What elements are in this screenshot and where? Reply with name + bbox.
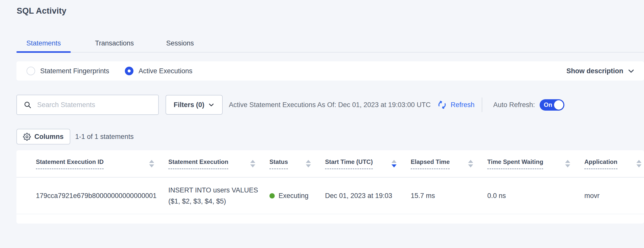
filters-button-label: Filters (0) [174, 101, 204, 109]
sort-arrows-icon [468, 160, 473, 167]
column-header-label: Time Spent Waiting [487, 158, 543, 169]
tab-sessions-label: Sessions [166, 39, 194, 47]
radio-statement-fingerprints-label: Statement Fingerprints [40, 67, 109, 75]
show-description-toggle[interactable]: Show description [566, 67, 635, 75]
cell-statement-execution-id: 179cca7921e679b80000000000000001 [16, 178, 168, 214]
sort-arrows-icon [149, 160, 154, 167]
toggle-knob [554, 100, 563, 110]
refresh-button-label: Refresh [451, 101, 475, 109]
tab-sessions[interactable]: Sessions [166, 34, 194, 52]
cell-start-time: Dec 01, 2023 at 19:03 [325, 178, 411, 214]
column-header-start-time[interactable]: Start Time (UTC) [325, 150, 411, 177]
radio-active-executions-label: Active Executions [139, 67, 192, 75]
radio-statement-fingerprints[interactable]: Statement Fingerprints [27, 67, 109, 75]
column-header-statement-execution-id[interactable]: Statement Execution ID [16, 150, 168, 177]
auto-refresh-toggle-state: On [544, 101, 552, 108]
status-executing-dot-icon [269, 193, 275, 199]
toolbar: Filters (0) Active Statement Executions … [16, 95, 644, 115]
columns-button-label: Columns [34, 133, 64, 141]
result-count: 1-1 of 1 statements [75, 133, 134, 141]
column-header-label: Elapsed Time [411, 158, 450, 169]
tab-statements-label: Statements [26, 39, 61, 47]
sort-arrows-icon-active-desc [392, 160, 397, 167]
statement-text-line2: ($1, $2, $3, $4, $5) [168, 196, 226, 207]
show-description-label: Show description [566, 67, 623, 75]
sort-arrows-icon [306, 160, 311, 167]
auto-refresh-toggle[interactable]: On [540, 99, 564, 111]
column-header-label: Start Time (UTC) [325, 158, 373, 169]
table-header-row: Statement Execution ID Statement Executi… [16, 150, 644, 178]
column-header-statement-execution[interactable]: Statement Execution [168, 150, 269, 177]
sort-arrows-icon [636, 160, 641, 167]
table-controls: Columns 1-1 of 1 statements [16, 129, 134, 144]
column-header-label: Statement Execution [168, 158, 228, 169]
view-mode-card: Statement Fingerprints Active Executions… [16, 61, 644, 81]
gear-icon [23, 133, 34, 141]
column-header-label: Status [269, 158, 288, 169]
column-header-label: Statement Execution ID [36, 158, 104, 169]
column-header-elapsed-time[interactable]: Elapsed Time [411, 150, 487, 177]
tab-bar: Statements Transactions Sessions [16, 34, 644, 53]
column-header-status[interactable]: Status [269, 150, 325, 177]
sort-arrows-icon [250, 160, 255, 167]
tab-transactions[interactable]: Transactions [95, 34, 134, 52]
filters-button[interactable]: Filters (0) [166, 95, 223, 115]
columns-button[interactable]: Columns [16, 129, 70, 144]
search-icon [24, 101, 32, 109]
radio-selected-icon[interactable] [125, 67, 133, 75]
cell-time-spent-waiting: 0.0 ns [487, 178, 584, 214]
table-row[interactable]: 179cca7921e679b80000000000000001 INSERT … [16, 178, 644, 214]
column-header-time-spent-waiting[interactable]: Time Spent Waiting [487, 150, 584, 177]
refresh-icon [437, 100, 451, 110]
cell-elapsed-time: 15.7 ms [411, 178, 487, 214]
status-label: Executing [279, 192, 309, 200]
radio-active-executions[interactable]: Active Executions [125, 67, 192, 75]
chevron-down-icon [204, 102, 215, 108]
page-title: SQL Activity [17, 6, 66, 16]
tab-transactions-label: Transactions [95, 39, 134, 47]
active-tab-underline [16, 51, 71, 53]
statement-text-line1: INSERT INTO users VALUES [168, 185, 258, 196]
sql-activity-page: SQL Activity Statements Transactions Ses… [0, 0, 644, 248]
chevron-down-icon [623, 67, 635, 75]
auto-refresh-label: Auto Refresh: [493, 101, 535, 109]
radio-unselected-icon[interactable] [27, 67, 35, 75]
search-input[interactable] [37, 101, 153, 109]
search-box[interactable] [16, 95, 159, 115]
statements-table: Statement Execution ID Statement Executi… [16, 150, 644, 224]
as-of-timestamp: Active Statement Executions As Of: Dec 0… [229, 101, 431, 109]
cell-application: movr [584, 178, 644, 214]
column-header-label: Application [584, 158, 617, 169]
refresh-button[interactable]: Refresh [437, 100, 475, 110]
sort-arrows-icon [565, 160, 570, 167]
tab-statements[interactable]: Statements [16, 34, 71, 52]
column-header-application[interactable]: Application [584, 150, 644, 177]
cell-status: Executing [269, 178, 325, 214]
cell-statement-execution: INSERT INTO users VALUES ($1, $2, $3, $4… [168, 178, 269, 214]
vertical-divider [482, 97, 482, 112]
